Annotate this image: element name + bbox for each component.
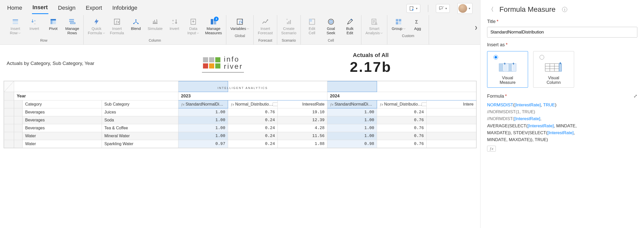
dim-header-category[interactable]: Category xyxy=(23,100,102,108)
cell-value[interactable]: 0.24 xyxy=(228,140,278,148)
row-handle[interactable] xyxy=(4,116,14,124)
data-grid[interactable]: Year20232024CategorySub CategoryƒxStanda… xyxy=(4,81,477,148)
ribbon-blend[interactable]: Blend xyxy=(127,16,145,37)
ribbon-goal-seek[interactable]: Goal Seek xyxy=(322,16,340,37)
cell-value[interactable]: 1.00 xyxy=(327,124,377,132)
measure-header[interactable]: ƒxStandardNormalDist… xyxy=(178,100,228,108)
cell-value[interactable] xyxy=(426,116,476,124)
row-handle[interactable] xyxy=(4,100,14,108)
menu-tab-home[interactable]: Home xyxy=(7,3,23,14)
col-header-blank[interactable] xyxy=(14,81,178,92)
year-2024[interactable]: 2024 xyxy=(327,92,476,100)
cell-subcategory[interactable]: Mineral Water xyxy=(102,132,178,140)
menu-tab-infobridge[interactable]: Infobridge xyxy=(112,3,138,14)
cell-value[interactable]: 0.97 xyxy=(178,140,228,148)
cell-subcategory[interactable]: Sparkling Water xyxy=(102,140,178,148)
measure-header[interactable]: ƒxNormal_Distribution1.2 xyxy=(377,100,426,108)
cell-category[interactable]: Beverages xyxy=(23,116,102,124)
info-icon[interactable]: i xyxy=(562,7,567,12)
cell-category[interactable]: Beverages xyxy=(23,124,102,132)
table-row[interactable]: BeveragesJuices1.000.7619.101.000.24 xyxy=(4,108,476,116)
cell-value[interactable] xyxy=(426,140,476,148)
cell-category[interactable]: Water xyxy=(23,140,102,148)
table-row[interactable]: BeveragesTea & Coffee1.000.244.281.000.7… xyxy=(4,124,476,132)
insert-as-visual-measure[interactable]: Visual Measure xyxy=(487,51,528,88)
row-handle[interactable] xyxy=(14,100,23,108)
comment-button[interactable]: + ▾ xyxy=(436,4,450,13)
cell-value[interactable]: 0.24 xyxy=(377,108,426,116)
cell-value[interactable]: 1.00 xyxy=(327,132,377,140)
row-handle[interactable] xyxy=(4,140,14,148)
ribbon-scroll-right[interactable]: ❯ xyxy=(473,20,479,35)
table-row[interactable]: BeveragesSoda1.000.2412.391.000.76 xyxy=(4,116,476,124)
row-handle[interactable] xyxy=(4,132,14,140)
ribbon-variables[interactable]: ƒx+Variables xyxy=(228,16,251,32)
cell-value[interactable]: 0.76 xyxy=(377,124,426,132)
back-button[interactable]: 〈 xyxy=(487,5,495,14)
cell-value[interactable]: 1.00 xyxy=(178,108,228,116)
table-row[interactable]: WaterSparkling Water0.970.241.880.980.76 xyxy=(4,140,476,148)
row-handle[interactable] xyxy=(4,108,14,116)
row-handle[interactable] xyxy=(14,140,23,148)
menu-tab-export[interactable]: Export xyxy=(85,3,103,14)
col-header-selected[interactable] xyxy=(327,81,377,92)
cell-value[interactable]: 0.24 xyxy=(228,116,278,124)
col-header-blank[interactable] xyxy=(377,81,476,92)
row-handle[interactable] xyxy=(14,116,23,124)
cell-value[interactable]: 1.00 xyxy=(327,116,377,124)
cell-value[interactable]: 1.00 xyxy=(178,116,228,124)
cell-value[interactable]: 12.39 xyxy=(277,116,327,124)
ribbon-manage-rows[interactable]: Manage Rows xyxy=(63,16,81,37)
measure-header[interactable]: InterestRate xyxy=(277,100,327,108)
cell-value[interactable]: 1.88 xyxy=(277,140,327,148)
row-handle[interactable] xyxy=(14,132,23,140)
svg-rect-11 xyxy=(69,21,74,22)
cell-value[interactable] xyxy=(426,108,476,116)
ribbon-manage-measures[interactable]: 3Manage Measures xyxy=(203,16,224,37)
menu-tab-design[interactable]: Design xyxy=(58,3,76,14)
cell-value[interactable]: 0.24 xyxy=(228,132,278,140)
cell-subcategory[interactable]: Juices xyxy=(102,108,178,116)
svg-rect-41 xyxy=(399,19,401,21)
measure-header[interactable]: ƒxNormal_Distribution1.2 xyxy=(228,100,278,108)
cell-value[interactable]: 0.76 xyxy=(228,108,278,116)
ribbon-agg[interactable]: ΣAgg xyxy=(408,16,427,32)
table-row[interactable]: WaterMineral Water1.000.2411.561.000.76 xyxy=(4,132,476,140)
reading-view-button[interactable]: ▾ xyxy=(406,4,420,13)
title-input[interactable] xyxy=(487,27,637,38)
expand-formula-icon[interactable]: ⤢ xyxy=(634,93,637,99)
cell-value[interactable]: 0.76 xyxy=(377,140,426,148)
row-handle[interactable] xyxy=(14,124,23,132)
ribbon-pivot[interactable]: Pivot xyxy=(44,16,62,37)
ribbon-bulk-edit[interactable]: Bulk Edit xyxy=(341,16,359,37)
row-handle[interactable] xyxy=(4,124,14,132)
cell-value[interactable]: 11.56 xyxy=(277,132,327,140)
measure-header[interactable]: Intere xyxy=(426,100,476,108)
select-all-handle[interactable] xyxy=(4,81,14,92)
cell-value[interactable] xyxy=(426,124,476,132)
row-handle[interactable] xyxy=(4,92,14,100)
cell-value[interactable]: 0.76 xyxy=(377,116,426,124)
cell-subcategory[interactable]: Soda xyxy=(102,116,178,124)
cell-value[interactable]: 0.76 xyxy=(377,132,426,140)
cell-value[interactable]: 1.00 xyxy=(327,108,377,116)
year-2023[interactable]: 2023 xyxy=(178,92,327,100)
cell-subcategory[interactable]: Tea & Coffee xyxy=(102,124,178,132)
cell-category[interactable]: Water xyxy=(23,132,102,140)
cell-category[interactable]: Beverages xyxy=(23,108,102,116)
ribbon-group[interactable]: Group xyxy=(389,16,408,32)
cell-value[interactable]: 1.00 xyxy=(178,124,228,132)
row-handle[interactable] xyxy=(14,108,23,116)
cell-value[interactable]: 1.00 xyxy=(178,132,228,140)
cell-value[interactable] xyxy=(426,132,476,140)
formula-editor[interactable]: NORMSDIST([InterestRate], TRUE)//NORMSDI… xyxy=(487,101,637,143)
cell-value[interactable]: 0.98 xyxy=(327,140,377,148)
cell-value[interactable]: 19.10 xyxy=(277,108,327,116)
menu-tab-insert[interactable]: Insert xyxy=(32,3,48,14)
insert-as-visual-column[interactable]: Visual Column xyxy=(533,51,574,88)
user-menu[interactable]: ▾ xyxy=(457,3,473,14)
cell-value[interactable]: 0.24 xyxy=(228,124,278,132)
cell-value[interactable]: 4.28 xyxy=(277,124,327,132)
dim-header-subcategory[interactable]: Sub Category xyxy=(102,100,178,108)
measure-header[interactable]: ƒxStandardNormalDist… xyxy=(327,100,377,108)
